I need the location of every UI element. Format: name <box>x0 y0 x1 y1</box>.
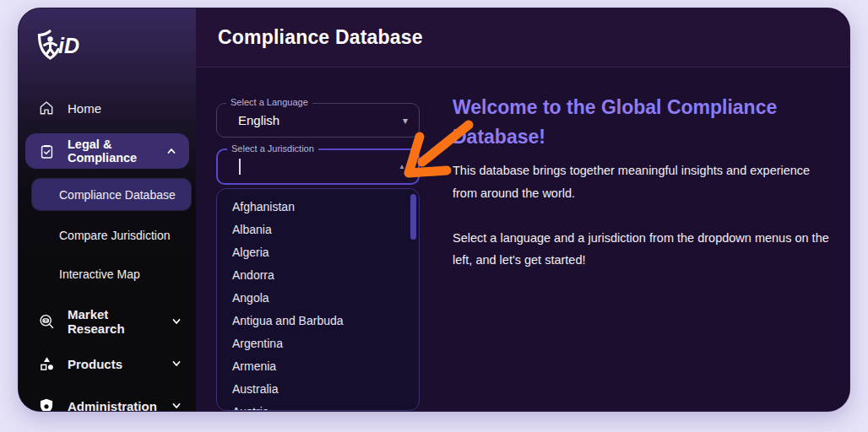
list-item[interactable]: Afghanistan <box>217 195 419 218</box>
clipboard-check-icon <box>37 142 56 160</box>
language-select-label: Select a Language <box>226 97 312 107</box>
welcome-paragraph-1: This database brings together meaningful… <box>453 159 838 205</box>
chevron-up-icon <box>165 145 177 157</box>
sidebar-item-label: Administration <box>68 399 157 412</box>
jurisdiction-input[interactable] <box>218 150 418 183</box>
welcome-panel: Welcome to the Global Compliance Databas… <box>453 93 838 272</box>
scrollbar-thumb[interactable] <box>410 194 416 240</box>
language-select[interactable]: Select a Language English ▾ <box>216 103 420 138</box>
sidebar-item-products[interactable]: Products <box>19 347 196 381</box>
sidebar-item-legal-compliance[interactable]: Legal & Compliance <box>25 133 189 169</box>
list-item[interactable]: Antigua and Barbuda <box>217 309 419 332</box>
list-item[interactable]: Andorra <box>217 263 419 286</box>
page-title: Compliance Database <box>218 26 423 49</box>
list-item[interactable]: Algeria <box>217 240 419 263</box>
sidebar-item-market-research[interactable]: Market Research <box>19 305 196 338</box>
chevron-up-icon: ▲ <box>399 164 405 170</box>
sidebar-item-label: Interactive Map <box>59 267 140 281</box>
sidebar-item-administration[interactable]: Administration <box>19 389 196 411</box>
list-item[interactable]: Angola <box>217 286 419 309</box>
jurisdiction-dropdown-list: Afghanistan Albania Algeria Andorra Ango… <box>216 188 420 411</box>
kid-logo: iD <box>35 27 91 69</box>
kid-logo-icon: iD <box>35 27 91 66</box>
jurisdiction-combobox-label: Select a Jurisdiction <box>227 143 318 154</box>
sidebar-item-label: Market Research <box>68 307 159 336</box>
sidebar-item-label: Home <box>68 101 101 116</box>
home-icon <box>37 99 56 117</box>
welcome-heading: Welcome to the Global Compliance Databas… <box>453 93 838 151</box>
sidebar: iD Home Legal & Compliance <box>19 8 196 411</box>
shield-admin-icon <box>37 397 56 411</box>
chevron-down-icon <box>171 400 182 411</box>
text-cursor <box>239 159 241 175</box>
main-area: Compliance Database Select a Language En… <box>196 8 849 411</box>
content-area: Select a Language English ▾ Select a Jur… <box>196 68 849 411</box>
list-item[interactable]: Australia <box>217 377 419 400</box>
list-item[interactable]: Albania <box>217 218 419 240</box>
sidebar-item-label: Products <box>68 357 122 371</box>
sidebar-item-home[interactable]: Home <box>19 91 196 125</box>
chevron-down-icon <box>171 358 182 370</box>
welcome-paragraph-2: Select a language and a jurisdiction fro… <box>453 227 838 273</box>
language-select-value: English <box>217 104 419 137</box>
chevron-down-icon: ▾ <box>403 116 408 126</box>
sidebar-item-label: Compliance Database <box>59 188 176 202</box>
chevron-down-icon <box>171 316 182 327</box>
sidebar-item-label: Compare Jurisdiction <box>59 229 171 242</box>
sidebar-item-compliance-database[interactable]: Compliance Database <box>32 179 191 210</box>
sidebar-item-compare-jurisdiction[interactable]: Compare Jurisdiction <box>32 219 191 251</box>
svg-text:iD: iD <box>58 34 79 57</box>
page-header: Compliance Database <box>196 8 849 68</box>
list-item[interactable]: Armenia <box>217 354 419 377</box>
app-window: iD Home Legal & Compliance <box>19 8 849 411</box>
market-research-icon <box>37 312 56 331</box>
list-item[interactable]: Austria <box>217 400 419 411</box>
jurisdiction-combobox[interactable]: Select a Jurisdiction ▲ <box>216 148 420 185</box>
list-item[interactable]: Argentina <box>217 332 419 354</box>
shapes-icon <box>37 354 56 373</box>
sidebar-item-label: Legal & Compliance <box>68 138 154 165</box>
sidebar-item-interactive-map[interactable]: Interactive Map <box>32 258 191 289</box>
